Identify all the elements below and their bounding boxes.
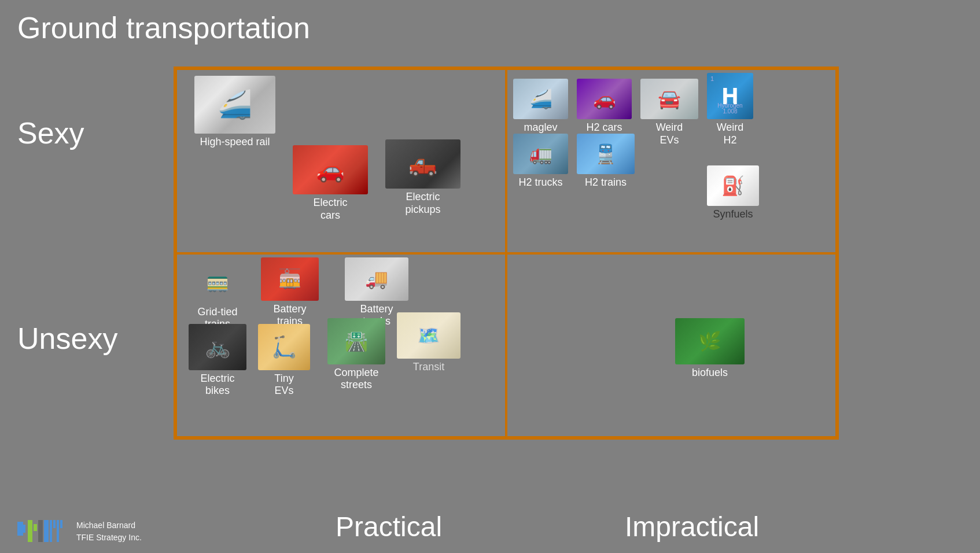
logo-icon	[17, 515, 69, 547]
svg-rect-8	[50, 520, 52, 542]
img-tiny	[258, 324, 310, 370]
svg-rect-5	[34, 524, 37, 531]
quadrant-unsexy-practical: Grid-tiedtrains Batterytrains Batterytru…	[176, 253, 506, 438]
img-h2trains	[577, 134, 635, 174]
logo-area: Michael Barnard TFIE Strategy Inc.	[17, 515, 142, 547]
img-h2cars	[577, 79, 632, 119]
quadrant-sexy-impractical: maglev H2 cars WeirdEVs 1 H Hydrogen 1.0…	[506, 69, 837, 253]
img-ebikes	[189, 324, 246, 370]
img-btrains	[261, 257, 319, 301]
main-grid: High-speed rail Electriccars Electricpic…	[174, 67, 839, 440]
logo-svg	[17, 515, 69, 547]
img-hsr	[194, 76, 275, 134]
label-epickups: Electricpickups	[405, 191, 440, 216]
svg-rect-11	[60, 520, 62, 528]
label-h2trucks: H2 trucks	[518, 176, 562, 189]
label-h2element: WeirdH2	[717, 121, 744, 146]
label-cstreets: Completestreets	[334, 367, 378, 392]
svg-rect-6	[38, 520, 43, 542]
img-epickups	[385, 139, 460, 189]
img-gridtrains	[189, 260, 246, 304]
img-h2trucks	[513, 134, 568, 174]
item-gridtrains: Grid-tiedtrains	[189, 260, 246, 331]
item-ecars: Electriccars	[293, 145, 368, 222]
label-unsexy: Unsexy	[17, 321, 117, 356]
img-h2element: 1 H Hydrogen 1.008	[707, 73, 753, 119]
item-h2cars: H2 cars	[577, 79, 632, 134]
quadrant-unsexy-impractical: biofuels	[506, 253, 837, 438]
label-maglev: maglev	[524, 121, 557, 134]
item-hsr: High-speed rail	[194, 76, 275, 149]
label-h2cars: H2 cars	[586, 121, 622, 134]
item-epickups: Electricpickups	[385, 139, 460, 216]
author-name: Michael Barnard	[76, 519, 142, 532]
item-h2element: 1 H Hydrogen 1.008 WeirdH2	[707, 73, 753, 146]
label-practical: Practical	[336, 511, 442, 543]
quadrant-sexy-practical: High-speed rail Electriccars Electricpic…	[176, 69, 506, 253]
label-ecars: Electriccars	[313, 197, 347, 222]
label-h2trains: H2 trains	[585, 176, 627, 189]
img-transit	[397, 312, 460, 359]
item-maglev: maglev	[513, 79, 568, 134]
item-synfuels: Synfuels	[707, 165, 759, 221]
item-h2trains: H2 trains	[577, 134, 635, 189]
svg-rect-9	[53, 520, 56, 528]
img-cstreets	[327, 318, 385, 364]
label-hsr: High-speed rail	[200, 136, 270, 149]
img-synfuels	[707, 165, 759, 206]
item-h2trucks: H2 trucks	[513, 134, 568, 189]
label-tiny: TinyEVs	[274, 373, 293, 397]
svg-rect-3	[17, 525, 25, 532]
label-synfuels: Synfuels	[713, 208, 753, 221]
img-weird	[640, 79, 698, 119]
img-maglev	[513, 79, 568, 119]
item-cstreets: Completestreets	[327, 318, 385, 392]
label-transit: Transit	[413, 361, 444, 374]
item-transit: Transit	[397, 312, 460, 374]
item-weird: WeirdEVs	[640, 79, 698, 146]
label-sexy: Sexy	[17, 116, 84, 150]
label-ebikes: Electricbikes	[200, 373, 234, 397]
logo-text: Michael Barnard TFIE Strategy Inc.	[76, 519, 142, 544]
item-ebikes: Electricbikes	[189, 324, 246, 397]
label-biofuels: biofuels	[692, 367, 728, 379]
company-name: TFIE Strategy Inc.	[76, 532, 142, 544]
svg-rect-7	[44, 520, 49, 542]
item-btrains: Batterytrains	[261, 257, 319, 328]
label-impractical: Impractical	[625, 511, 759, 543]
svg-rect-10	[57, 520, 59, 542]
item-tiny: TinyEVs	[258, 324, 310, 397]
item-biofuels: biofuels	[675, 318, 745, 379]
img-btrucks	[345, 257, 408, 301]
page-title: Ground transportation	[17, 10, 310, 45]
svg-rect-4	[28, 520, 32, 542]
img-biofuels	[675, 318, 745, 364]
img-ecars	[293, 145, 368, 194]
label-weird: WeirdEVs	[656, 121, 683, 146]
